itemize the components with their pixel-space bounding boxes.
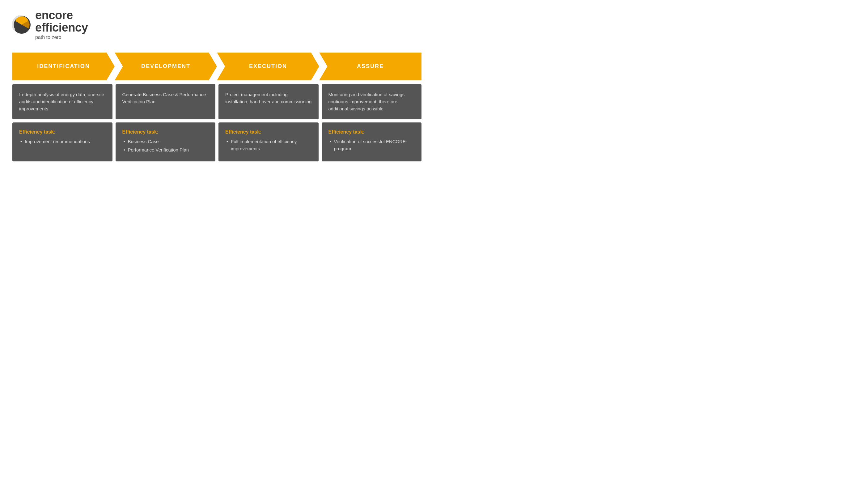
arrow-identification: IDENTIFICATION: [12, 53, 115, 80]
arrow-execution: EXECUTION: [217, 53, 319, 80]
task-card-assure: Efficiency task: Verification of success…: [322, 122, 422, 162]
task-item: Verification of successful ENCORE-progra…: [329, 138, 415, 152]
arrow-assure: ASSURE: [319, 53, 422, 80]
task-item: Business Case: [122, 138, 209, 145]
arrow-label-development: DEVELOPMENT: [141, 63, 190, 69]
task-row: Efficiency task: Improvement recommendat…: [12, 122, 422, 162]
process-arrows: IDENTIFICATION DEVELOPMENT EXECUTION ASS…: [12, 53, 422, 80]
task-item: Full implementation of efficiency improv…: [225, 138, 312, 152]
desc-card-assure: Monitoring and verification of savings c…: [322, 84, 422, 119]
logo-icon: [12, 16, 31, 34]
task-list-execution: Full implementation of efficiency improv…: [225, 138, 312, 152]
efficiency-label-2: Efficiency task:: [225, 129, 312, 135]
arrow-development: DEVELOPMENT: [115, 53, 217, 80]
arrow-label-execution: EXECUTION: [249, 63, 287, 69]
logo-tagline: path to zero: [35, 35, 88, 40]
logo-text-block: encoreefficiency path to zero: [35, 9, 88, 40]
task-card-execution: Efficiency task: Full implementation of …: [218, 122, 318, 162]
task-item: Improvement recommendations: [19, 138, 106, 145]
logo-area: encoreefficiency path to zero: [12, 9, 422, 40]
efficiency-label-1: Efficiency task:: [122, 129, 209, 135]
desc-card-execution: Project management including installatio…: [218, 84, 318, 119]
task-list-assure: Verification of successful ENCORE-progra…: [329, 138, 415, 152]
task-list-identification: Improvement recommendations: [19, 138, 106, 145]
desc-card-identification: In-depth analysis of energy data, one-si…: [12, 84, 113, 119]
task-list-development: Business Case Performance Verification P…: [122, 138, 209, 154]
desc-text-assure: Monitoring and verification of savings c…: [329, 92, 405, 112]
task-item: Performance Verification Plan: [122, 146, 209, 153]
logo-name: encoreefficiency: [35, 9, 88, 34]
efficiency-label-3: Efficiency task:: [329, 129, 415, 135]
efficiency-label-0: Efficiency task:: [19, 129, 106, 135]
page-container: encoreefficiency path to zero IDENTIFICA…: [0, 0, 434, 244]
arrow-label-assure: ASSURE: [357, 63, 384, 69]
description-row: In-depth analysis of energy data, one-si…: [12, 84, 422, 119]
desc-text-development: Generate Business Case & Performance Ver…: [122, 92, 206, 104]
desc-text-identification: In-depth analysis of energy data, one-si…: [19, 92, 104, 112]
arrow-label-identification: IDENTIFICATION: [37, 63, 90, 69]
desc-card-development: Generate Business Case & Performance Ver…: [116, 84, 216, 119]
task-card-development: Efficiency task: Business Case Performan…: [116, 122, 216, 162]
desc-text-execution: Project management including installatio…: [225, 92, 311, 104]
task-card-identification: Efficiency task: Improvement recommendat…: [12, 122, 113, 162]
